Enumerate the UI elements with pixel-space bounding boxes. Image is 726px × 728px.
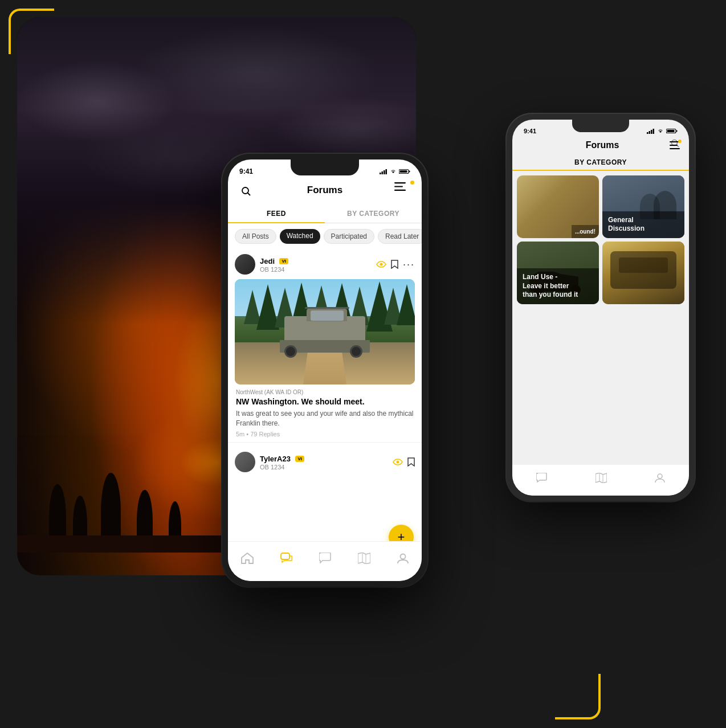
scene: 9:41 <box>0 0 726 728</box>
front-status-time: 9:41 <box>239 167 253 175</box>
user-avatar-2 <box>235 452 255 472</box>
svg-rect-3 <box>653 129 655 134</box>
svg-marker-31 <box>358 553 370 564</box>
front-status-icons <box>380 169 410 174</box>
search-icon-front <box>241 186 251 197</box>
pill-watched[interactable]: Watched <box>280 229 320 244</box>
back-bottom-nav <box>512 464 689 496</box>
svg-rect-0 <box>647 132 648 134</box>
signal-icon <box>647 128 655 134</box>
post-title-1[interactable]: NW Washington. We should meet. <box>236 396 414 407</box>
svg-rect-2 <box>651 130 652 134</box>
back-tab-bar[interactable]: BY CATEGORY <box>512 155 689 171</box>
category-item-general[interactable]: GeneralDiscussion <box>602 175 684 238</box>
bookmark-icon-2 <box>407 457 415 467</box>
hamburger-icon-front <box>394 182 406 191</box>
category-item-left-partial[interactable]: ...ound! <box>517 175 599 238</box>
nav-chat[interactable] <box>319 553 332 564</box>
post-sub-1: OB 1234 <box>260 266 372 273</box>
svg-rect-18 <box>384 170 385 174</box>
post-user-info-1: Jedi VI OB 1234 <box>260 256 372 273</box>
post-meta-1: 5m • 79 Replies <box>236 431 414 437</box>
back-nav-chat[interactable] <box>536 473 548 483</box>
back-header: Forums <box>512 139 689 155</box>
back-status-icons <box>647 128 678 134</box>
back-nav-map[interactable] <box>596 473 607 483</box>
back-status-time: 9:41 <box>524 128 536 134</box>
filter-pills-bar: All Posts Watched Participated Read Late… <box>228 223 422 250</box>
svg-rect-30 <box>281 553 289 559</box>
signal-bars-icon <box>380 169 388 174</box>
pill-all-posts[interactable]: All Posts <box>235 229 276 244</box>
svg-rect-6 <box>667 130 675 132</box>
category-item-adventure[interactable] <box>602 242 684 304</box>
tab-feed[interactable]: FEED <box>228 205 325 223</box>
svg-rect-1 <box>649 131 651 134</box>
nav-home[interactable] <box>241 553 254 564</box>
phone-front-screen: 9:41 <box>228 159 422 581</box>
phone-back: 9:41 <box>507 114 695 501</box>
wifi-icon <box>657 128 664 134</box>
svg-rect-11 <box>670 148 680 149</box>
phone-back-screen: 9:41 <box>512 120 689 496</box>
post-sub-2: OB 1234 <box>260 464 388 471</box>
svg-rect-22 <box>400 170 407 173</box>
home-icon <box>241 553 254 564</box>
eye-icon-2 <box>393 459 403 465</box>
corner-accent-br <box>555 674 601 719</box>
nav-map[interactable] <box>358 553 370 564</box>
user-badge-1: VI <box>279 258 288 264</box>
post-username-1: Jedi <box>260 257 275 265</box>
category-item-land-use[interactable]: Land Use -Leave it betterthan you found … <box>517 242 599 304</box>
bookmark-button-2[interactable] <box>407 457 415 467</box>
svg-rect-21 <box>409 171 410 173</box>
phone-front: 9:41 <box>222 154 427 587</box>
wifi-signal-icon <box>390 169 397 174</box>
category-found-label: ...ound! <box>572 225 599 238</box>
nav-forum[interactable] <box>280 553 293 564</box>
front-header-title: Forums <box>298 182 352 201</box>
svg-rect-19 <box>386 169 388 174</box>
post-actions-1: ··· <box>376 259 415 271</box>
tab-by-category[interactable]: BY CATEGORY <box>325 205 422 223</box>
forum-icon <box>280 553 293 564</box>
svg-rect-10 <box>670 145 678 146</box>
more-button-1[interactable]: ··· <box>403 259 415 271</box>
svg-marker-12 <box>596 473 607 483</box>
svg-point-23 <box>242 187 248 194</box>
back-menu-button[interactable] <box>670 141 680 149</box>
battery-front-icon <box>399 169 410 174</box>
pill-participated[interactable]: Participated <box>324 229 374 244</box>
post-card-2: TylerA23 VI OB 1234 <box>228 442 422 481</box>
category-grid: ...ound! GeneralDiscussion <box>512 171 689 309</box>
user-badge-2: VI <box>295 456 304 462</box>
back-header-title: Forums <box>586 140 619 150</box>
front-app-header: Forums <box>228 180 422 205</box>
nav-profile[interactable] <box>397 553 409 564</box>
svg-line-24 <box>248 193 251 196</box>
svg-rect-17 <box>382 171 384 174</box>
menu-button-front[interactable] <box>394 182 413 201</box>
post-header-1: Jedi VI OB 1234 <box>235 250 415 279</box>
profile-icon-nav <box>397 553 409 564</box>
svg-rect-16 <box>380 173 381 174</box>
svg-rect-5 <box>676 130 678 132</box>
front-bottom-nav <box>228 541 422 581</box>
svg-rect-27 <box>394 190 406 191</box>
back-nav-profile[interactable] <box>655 473 665 483</box>
watch-button-1[interactable] <box>376 261 386 268</box>
post-excerpt-1: It was great to see you and your wife an… <box>236 409 414 428</box>
post-card-1: Jedi VI OB 1234 <box>228 250 422 442</box>
svg-point-15 <box>658 474 662 478</box>
pill-read-later[interactable]: Read Later <box>378 229 422 244</box>
user-avatar-1 <box>235 254 255 275</box>
post-body-1: NorthWest (AK WA ID OR) NW Washington. W… <box>235 389 415 437</box>
post-category-1: NorthWest (AK WA ID OR) <box>236 389 414 395</box>
svg-point-28 <box>380 263 382 266</box>
post-actions-2 <box>393 457 415 467</box>
battery-icon <box>666 128 678 134</box>
watch-button-2[interactable] <box>393 459 403 465</box>
post-header-2: TylerA23 VI OB 1234 <box>235 447 415 477</box>
bookmark-button-1[interactable] <box>391 260 398 269</box>
search-button[interactable] <box>237 182 255 201</box>
